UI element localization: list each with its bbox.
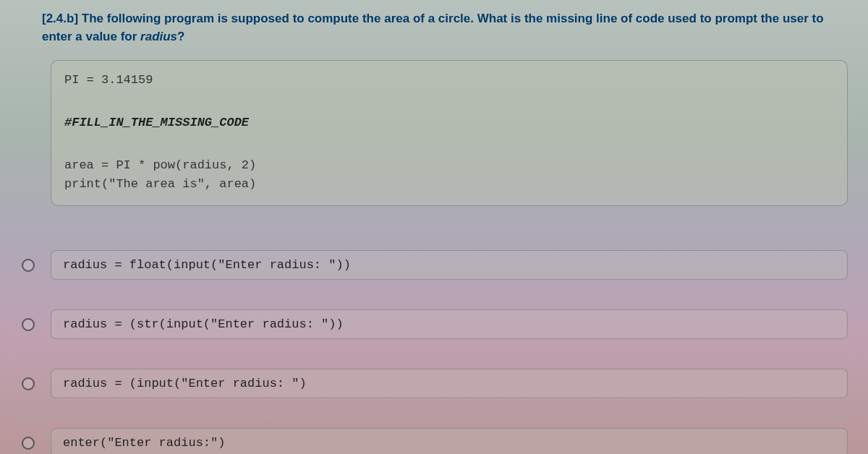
question-suffix: ? bbox=[177, 30, 184, 43]
question-italic: radius bbox=[140, 30, 177, 43]
option-row-1[interactable]: radius = float(input("Enter radius: ")) bbox=[16, 241, 848, 300]
code-block: PI = 3.14159 #FILL_IN_THE_MISSING_CODE a… bbox=[51, 60, 848, 206]
code-comment: #FILL_IN_THE_MISSING_CODE bbox=[64, 113, 834, 132]
code-line-1: PI = 3.14159 bbox=[64, 71, 834, 90]
code-blank bbox=[64, 90, 834, 109]
radio-button[interactable] bbox=[22, 259, 35, 272]
option-text: radius = (input("Enter radius: ") bbox=[63, 377, 307, 390]
option-code-box: radius = float(input("Enter radius: ")) bbox=[51, 250, 848, 280]
radio-button[interactable] bbox=[22, 318, 35, 331]
question-prompt: [2.4.b] The following program is suppose… bbox=[13, 7, 855, 46]
option-text: radius = (str(input("Enter radius: ")) bbox=[63, 317, 344, 331]
code-line-4: print("The area is", area) bbox=[64, 175, 834, 194]
option-code-box: radius = (str(input("Enter radius: ")) bbox=[51, 309, 848, 339]
option-code-box: radius = (input("Enter radius: ") bbox=[51, 369, 848, 398]
options-group: radius = float(input("Enter radius: ")) … bbox=[13, 241, 855, 454]
option-code-box: enter("Enter radius:") bbox=[51, 428, 848, 454]
code-line-3: area = PI * pow(radius, 2) bbox=[64, 156, 834, 175]
option-row-4[interactable]: enter("Enter radius:") bbox=[16, 419, 848, 454]
radio-button[interactable] bbox=[22, 377, 35, 390]
option-text: radius = float(input("Enter radius: ")) bbox=[63, 258, 351, 272]
code-blank2 bbox=[64, 137, 834, 155]
radio-button[interactable] bbox=[22, 437, 35, 450]
option-row-3[interactable]: radius = (input("Enter radius: ") bbox=[16, 359, 848, 419]
option-text: enter("Enter radius:") bbox=[63, 436, 225, 450]
option-row-2[interactable]: radius = (str(input("Enter radius: ")) bbox=[16, 300, 848, 359]
